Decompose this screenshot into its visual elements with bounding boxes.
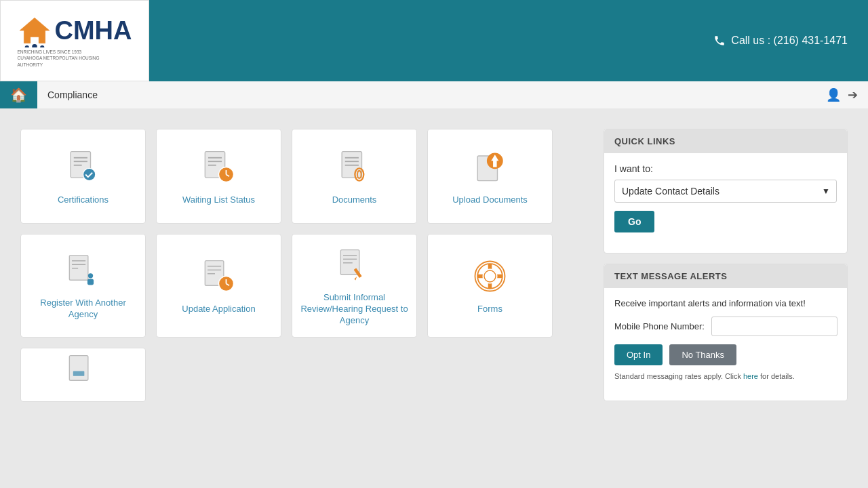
tile-documents[interactable]: Documents xyxy=(292,129,417,224)
svg-rect-56 xyxy=(73,371,85,376)
documents-icon xyxy=(334,147,375,188)
call-info: Call us : (216) 431-1471 xyxy=(713,35,848,47)
documents-label: Documents xyxy=(332,195,377,206)
i-want-select[interactable]: Update Contact Details View Certificatio… xyxy=(614,180,837,203)
svg-point-1 xyxy=(24,45,28,47)
register-agency-label: Register With Another Agency xyxy=(28,298,138,321)
svg-marker-46 xyxy=(355,277,357,281)
svg-rect-55 xyxy=(69,356,87,381)
waiting-list-icon xyxy=(199,147,239,188)
tiles-row-2: Register With Another Agency xyxy=(20,234,590,338)
signout-icon-button[interactable]: ➔ xyxy=(848,87,858,102)
phone-icon xyxy=(713,35,726,47)
mobile-number-row: Mobile Phone Number: xyxy=(614,317,837,336)
register-agency-icon xyxy=(63,250,104,291)
submit-informal-icon xyxy=(334,245,375,285)
svg-rect-28 xyxy=(69,256,87,281)
submit-informal-label: Submit Informal Review/Hearing Request t… xyxy=(299,292,410,327)
no-thanks-button[interactable]: No Thanks xyxy=(669,344,736,365)
quick-links-box: QUICK LINKS I want to: Update Contact De… xyxy=(604,129,848,253)
quick-links-body: I want to: Update Contact Details View C… xyxy=(604,153,847,243)
tiles-section: Certifications Waiting Lis xyxy=(20,129,590,412)
logo-cmha-text: CMHA xyxy=(55,18,132,43)
logo-container: CMHA ENRICHING LIVES SINCE 1933 CUYAHOGA… xyxy=(0,0,149,81)
svg-point-48 xyxy=(484,270,496,283)
cmha-logo-icon xyxy=(18,14,52,47)
nav-bar: 🏠 Compliance 👤 ➔ xyxy=(0,81,868,108)
call-label: Call us : (216) 431-1471 xyxy=(731,35,848,47)
alerts-description: Receive important alerts and information… xyxy=(614,298,837,308)
tile-upload-documents[interactable]: Upload Documents xyxy=(427,129,553,224)
certifications-icon xyxy=(63,147,104,188)
mobile-input[interactable] xyxy=(711,317,837,336)
tile-certifications[interactable]: Certifications xyxy=(20,129,146,224)
tile-register-agency[interactable]: Register With Another Agency xyxy=(20,234,146,338)
home-nav-button[interactable]: 🏠 xyxy=(0,81,37,108)
i-want-label: I want to: xyxy=(614,163,837,174)
waiting-list-label: Waiting List Status xyxy=(182,195,255,206)
forms-label: Forms xyxy=(477,304,502,315)
main-content: Certifications Waiting Lis xyxy=(0,115,868,426)
upload-documents-label: Upload Documents xyxy=(452,195,528,206)
svg-point-32 xyxy=(88,273,93,278)
tile-update-application[interactable]: Update Application xyxy=(156,234,281,338)
text-alerts-body: Receive important alerts and information… xyxy=(604,288,847,390)
quick-links-header: QUICK LINKS xyxy=(604,129,847,153)
alerts-note: Standard messaging rates apply. Click he… xyxy=(614,372,837,380)
breadcrumb: Compliance xyxy=(37,81,816,108)
certifications-label: Certifications xyxy=(58,195,108,206)
svg-point-54 xyxy=(483,270,496,283)
last-tile-icon xyxy=(63,352,104,390)
nav-icons-area: 👤 ➔ xyxy=(816,81,868,108)
alerts-buttons: Opt In No Thanks xyxy=(614,344,837,365)
text-alerts-header: TEXT MESSAGE ALERTS xyxy=(604,264,847,288)
text-alerts-box: TEXT MESSAGE ALERTS Receive important al… xyxy=(604,264,848,401)
update-application-label: Update Application xyxy=(182,304,255,315)
tile-submit-informal[interactable]: Submit Informal Review/Hearing Request t… xyxy=(292,234,417,338)
svg-rect-33 xyxy=(87,279,94,285)
header-teal-bar: Call us : (216) 431-1471 xyxy=(149,0,868,81)
alerts-note-link[interactable]: here xyxy=(743,372,758,380)
svg-point-5 xyxy=(40,45,44,47)
upload-documents-icon xyxy=(470,147,511,188)
mobile-label: Mobile Phone Number: xyxy=(614,321,705,331)
svg-marker-0 xyxy=(20,18,50,44)
opt-in-button[interactable]: Opt In xyxy=(614,344,663,365)
go-button[interactable]: Go xyxy=(614,211,654,232)
tiles-row-3 xyxy=(20,348,590,402)
tile-waiting-list[interactable]: Waiting List Status xyxy=(156,129,281,224)
sidebar: QUICK LINKS I want to: Update Contact De… xyxy=(604,129,848,412)
tiles-row-1: Certifications Waiting Lis xyxy=(20,129,590,224)
select-wrapper: Update Contact Details View Certificatio… xyxy=(614,180,837,203)
svg-point-3 xyxy=(32,44,37,47)
user-icon-button[interactable]: 👤 xyxy=(826,87,841,102)
update-application-icon xyxy=(199,256,239,297)
tile-last[interactable] xyxy=(20,348,146,402)
svg-point-11 xyxy=(83,168,96,180)
forms-icon xyxy=(470,256,511,297)
logo-subtitle: ENRICHING LIVES SINCE 1933 CUYAHOGA METR… xyxy=(18,49,123,67)
tile-forms[interactable]: Forms xyxy=(427,234,553,338)
